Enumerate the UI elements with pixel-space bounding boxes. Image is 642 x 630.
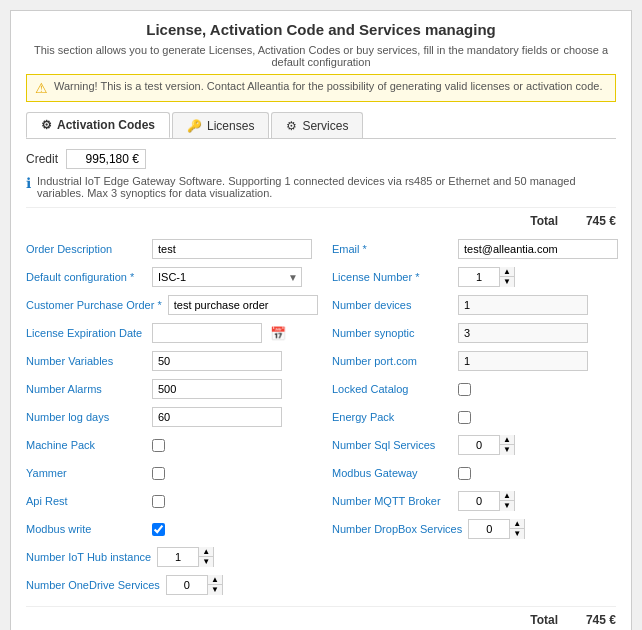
license-expiration-date-input[interactable]	[152, 323, 262, 343]
order-description-label: Order Description	[26, 243, 146, 255]
warning-icon: ⚠	[35, 80, 48, 96]
license-number-down-button[interactable]: ▼	[500, 277, 514, 287]
number-variables-input[interactable]	[152, 351, 282, 371]
number-onedrive-down-button[interactable]: ▼	[208, 585, 222, 595]
tabs: ⚙ Activation Codes 🔑 Licenses ⚙ Services	[26, 112, 616, 139]
number-port-com-input[interactable]	[458, 351, 588, 371]
number-alarms-row: Number Alarms	[26, 378, 312, 400]
modbus-gateway-checkbox[interactable]	[458, 467, 471, 480]
number-dropbox-services-row: Number DropBox Services ▲ ▼	[332, 518, 618, 540]
credit-row: Credit 995,180 €	[26, 149, 616, 169]
number-devices-row: Number devices	[332, 294, 618, 316]
locked-catalog-label: Locked Catalog	[332, 383, 452, 395]
number-dropbox-services-input[interactable]	[469, 521, 509, 537]
license-expiration-date-label: License Expiration Date	[26, 327, 146, 339]
number-iot-hub-instance-row: Number IoT Hub instance ▲ ▼	[26, 546, 312, 568]
number-port-com-label: Number port.com	[332, 355, 452, 367]
number-onedrive-services-input[interactable]	[167, 577, 207, 593]
license-number-spinner: ▲ ▼	[458, 267, 515, 287]
tab-services[interactable]: ⚙ Services	[271, 112, 363, 138]
locked-catalog-checkbox[interactable]	[458, 383, 471, 396]
locked-catalog-row: Locked Catalog	[332, 378, 618, 400]
yammer-row: Yammer	[26, 462, 312, 484]
tab-activation-codes[interactable]: ⚙ Activation Codes	[26, 112, 170, 138]
info-text: Industrial IoT Edge Gateway Software. Su…	[37, 175, 616, 199]
total-top-label: Total	[530, 214, 558, 228]
modbus-write-checkbox[interactable]	[152, 523, 165, 536]
number-onedrive-services-label: Number OneDrive Services	[26, 579, 160, 591]
modbus-write-row: Modbus write	[26, 518, 312, 540]
yammer-checkbox[interactable]	[152, 467, 165, 480]
page-title: License, Activation Code and Services ma…	[26, 21, 616, 38]
services-icon: ⚙	[286, 119, 297, 133]
form-section: Order Description Default configuration …	[26, 238, 616, 596]
number-dropbox-services-label: Number DropBox Services	[332, 523, 462, 535]
form-left-col: Order Description Default configuration …	[26, 238, 322, 596]
number-variables-label: Number Variables	[26, 355, 146, 367]
number-sql-services-label: Number Sql Services	[332, 439, 452, 451]
number-iot-hub-up-button[interactable]: ▲	[199, 547, 213, 557]
number-sql-up-button[interactable]: ▲	[500, 435, 514, 445]
default-configuration-label: Default configuration *	[26, 271, 146, 283]
email-input[interactable]	[458, 239, 618, 259]
number-devices-input[interactable]	[458, 295, 588, 315]
credit-label: Credit	[26, 152, 58, 166]
default-configuration-select[interactable]: ISC-1 ISC-2 ISC-3	[152, 267, 302, 287]
number-sql-services-input[interactable]	[459, 437, 499, 453]
number-iot-hub-instance-input[interactable]	[158, 549, 198, 565]
energy-pack-row: Energy Pack	[332, 406, 618, 428]
license-number-input[interactable]	[459, 269, 499, 285]
number-log-days-label: Number log days	[26, 411, 146, 423]
tab-licenses[interactable]: 🔑 Licenses	[172, 112, 269, 138]
number-log-days-row: Number log days	[26, 406, 312, 428]
number-iot-hub-instance-label: Number IoT Hub instance	[26, 551, 151, 563]
number-alarms-label: Number Alarms	[26, 383, 146, 395]
license-number-up-button[interactable]: ▲	[500, 267, 514, 277]
activation-codes-icon: ⚙	[41, 118, 52, 132]
modbus-gateway-row: Modbus Gateway	[332, 462, 618, 484]
warning-text: Warning! This is a test version. Contact…	[54, 80, 602, 92]
number-dropbox-down-button[interactable]: ▼	[510, 529, 524, 539]
number-sql-services-row: Number Sql Services ▲ ▼	[332, 434, 618, 456]
info-box: ℹ Industrial IoT Edge Gateway Software. …	[26, 175, 616, 199]
number-sql-down-button[interactable]: ▼	[500, 445, 514, 455]
email-row: Email *	[332, 238, 618, 260]
number-onedrive-services-row: Number OneDrive Services ▲ ▼	[26, 574, 312, 596]
number-iot-hub-instance-spinner: ▲ ▼	[157, 547, 214, 567]
default-configuration-row: Default configuration * ISC-1 ISC-2 ISC-…	[26, 266, 312, 288]
number-onedrive-up-button[interactable]: ▲	[208, 575, 222, 585]
order-description-input[interactable]	[152, 239, 312, 259]
modbus-write-label: Modbus write	[26, 523, 146, 535]
api-rest-row: Api Rest	[26, 490, 312, 512]
api-rest-checkbox[interactable]	[152, 495, 165, 508]
customer-purchase-order-label: Customer Purchase Order *	[26, 299, 162, 311]
number-devices-label: Number devices	[332, 299, 452, 311]
machine-pack-checkbox[interactable]	[152, 439, 165, 452]
email-label: Email *	[332, 243, 452, 255]
number-mqtt-up-button[interactable]: ▲	[500, 491, 514, 501]
customer-purchase-order-input[interactable]	[168, 295, 318, 315]
number-mqtt-down-button[interactable]: ▼	[500, 501, 514, 511]
total-bottom-row: Total 745 €	[26, 606, 616, 627]
number-dropbox-up-button[interactable]: ▲	[510, 519, 524, 529]
total-top-value: 745 €	[566, 214, 616, 228]
number-iot-hub-down-button[interactable]: ▼	[199, 557, 213, 567]
number-log-days-input[interactable]	[152, 407, 282, 427]
number-synoptic-row: Number synoptic	[332, 322, 618, 344]
number-alarms-input[interactable]	[152, 379, 282, 399]
number-synoptic-input[interactable]	[458, 323, 588, 343]
number-synoptic-label: Number synoptic	[332, 327, 452, 339]
number-sql-services-spinner: ▲ ▼	[458, 435, 515, 455]
number-mqtt-broker-row: Number MQTT Broker ▲ ▼	[332, 490, 618, 512]
energy-pack-checkbox[interactable]	[458, 411, 471, 424]
license-number-row: License Number * ▲ ▼	[332, 266, 618, 288]
api-rest-label: Api Rest	[26, 495, 146, 507]
calendar-icon[interactable]: 📅	[270, 326, 286, 341]
number-port-com-row: Number port.com	[332, 350, 618, 372]
number-mqtt-broker-input[interactable]	[459, 493, 499, 509]
total-bottom-value: 745 €	[566, 613, 616, 627]
order-description-row: Order Description	[26, 238, 312, 260]
total-bottom-label: Total	[530, 613, 558, 627]
number-dropbox-services-spinner: ▲ ▼	[468, 519, 525, 539]
total-top-row: Total 745 €	[26, 207, 616, 228]
